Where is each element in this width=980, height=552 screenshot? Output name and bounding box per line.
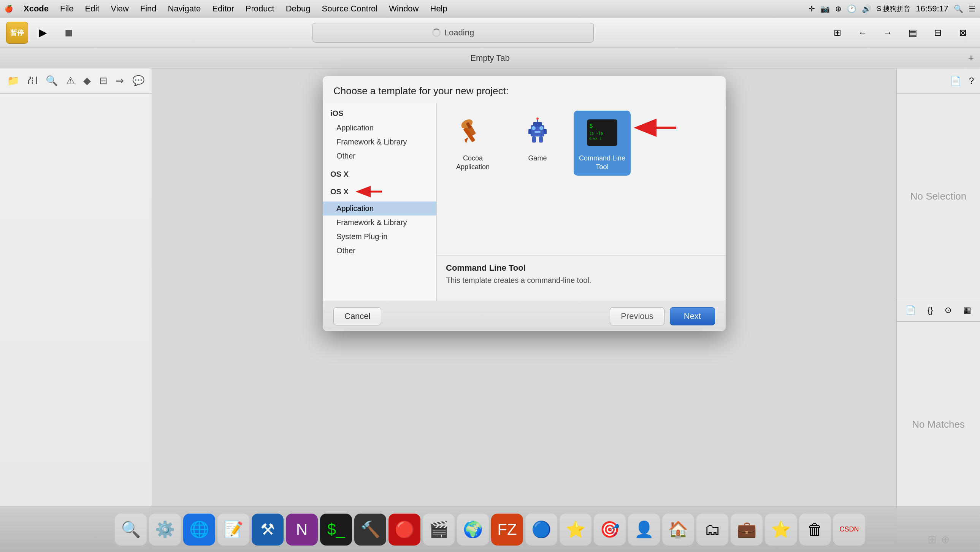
right-panel: 📄 ? No Selection 📄 {} ⊙ ▦ No Matches ⊞ ⊕ bbox=[896, 68, 980, 552]
ios-other[interactable]: Other bbox=[323, 149, 436, 163]
doc-tab-icon[interactable]: 📄 bbox=[905, 305, 916, 315]
cancel-button[interactable]: Cancel bbox=[333, 307, 381, 325]
svg-point-7 bbox=[532, 126, 536, 130]
menu-help[interactable]: Help bbox=[428, 3, 450, 14]
arrow-right-icon[interactable]: ⇒ bbox=[113, 73, 127, 88]
dock-xcode-organizer[interactable]: 🎯 bbox=[594, 514, 626, 546]
dialog-footer: Cancel Previous Next bbox=[323, 301, 726, 331]
cmdtool-line2: ls -la bbox=[589, 131, 615, 136]
sidebar-icons: 📁 ⛙ 🔍 ⚠ ◆ ⊟ ⇒ 💬 bbox=[0, 68, 152, 94]
dock-safari[interactable]: 🌐 bbox=[183, 514, 215, 546]
osx-section[interactable]: OS X bbox=[323, 167, 436, 182]
menu-product[interactable]: Product bbox=[243, 3, 277, 14]
git-icon[interactable]: ⛙ bbox=[25, 73, 41, 88]
menu-edit[interactable]: Edit bbox=[83, 3, 102, 14]
folder-icon[interactable]: 📁 bbox=[4, 73, 22, 88]
osx-system-plugin[interactable]: System Plug-in bbox=[323, 230, 436, 244]
game-label: Game bbox=[528, 154, 547, 163]
menu-debug[interactable]: Debug bbox=[283, 3, 313, 14]
layout-btn-1[interactable]: ⊞ bbox=[826, 22, 848, 44]
warning-icon[interactable]: ⚠ bbox=[63, 73, 78, 88]
svg-rect-10 bbox=[528, 129, 531, 134]
dock-notes[interactable]: 📝 bbox=[218, 514, 249, 546]
dock-filezilla[interactable]: FZ bbox=[491, 514, 523, 546]
cmdtool-icon-wrapper: $_ ls -la drwx 2 bbox=[584, 115, 620, 151]
svg-marker-4 bbox=[465, 137, 468, 143]
tab-empty[interactable]: Empty Tab bbox=[470, 53, 510, 63]
editor-btn-2[interactable]: ⊟ bbox=[927, 22, 949, 44]
back-btn[interactable]: ← bbox=[851, 22, 873, 44]
menu-navigate[interactable]: Navigate bbox=[166, 3, 204, 14]
report-icon[interactable]: ⊟ bbox=[96, 73, 111, 88]
ios-section[interactable]: iOS bbox=[323, 106, 436, 121]
menu-xcode[interactable]: Xcode bbox=[21, 3, 51, 14]
nav-buttons: Previous Next bbox=[610, 307, 715, 325]
grid-tab-icon[interactable]: ▦ bbox=[963, 305, 971, 315]
search-menubar-icon[interactable]: 🔍 bbox=[954, 4, 963, 13]
no-selection-label: No Selection bbox=[897, 94, 980, 299]
template-cocoa-app[interactable]: CocoaApplication bbox=[444, 111, 501, 176]
osx-application[interactable]: Application bbox=[323, 202, 436, 216]
dock-instruments[interactable]: ⭐ bbox=[560, 514, 592, 546]
osx-label[interactable]: OS X bbox=[330, 188, 348, 196]
template-game[interactable]: Game bbox=[509, 111, 566, 176]
doc-icon[interactable]: 📄 bbox=[950, 76, 961, 86]
pause-button[interactable]: 暂停 bbox=[6, 22, 28, 44]
menubar: 🍎 Xcode File Edit View Find Navigate Edi… bbox=[0, 0, 980, 17]
ios-framework-library[interactable]: Framework & Library bbox=[323, 135, 436, 149]
loading-text: Loading bbox=[444, 28, 474, 38]
stop-button[interactable]: ◼ bbox=[58, 22, 80, 44]
osx-other[interactable]: Other bbox=[323, 244, 436, 258]
forward-btn[interactable]: → bbox=[877, 22, 899, 44]
dock-contacts[interactable]: 👤 bbox=[628, 514, 660, 546]
play-button[interactable]: ▶ bbox=[32, 22, 54, 44]
dock-app11[interactable]: 🏠 bbox=[662, 514, 694, 546]
dock-system-prefs[interactable]: ⚙️ bbox=[149, 514, 181, 546]
dock-onenote[interactable]: N bbox=[286, 514, 318, 546]
search-icon[interactable]: 🔍 bbox=[43, 73, 61, 88]
dock-app14[interactable]: ⭐ bbox=[765, 514, 797, 546]
svg-point-15 bbox=[536, 118, 539, 120]
braces-tab-icon[interactable]: {} bbox=[928, 305, 933, 315]
next-button[interactable]: Next bbox=[670, 307, 715, 325]
target-tab-icon[interactable]: ⊙ bbox=[945, 305, 951, 315]
toolbar: 暂停 ▶ ◼ Loading ⊞ ← → ▤ ⊟ ⊠ bbox=[0, 17, 980, 48]
comment-icon[interactable]: 💬 bbox=[129, 73, 148, 88]
menu-file[interactable]: File bbox=[58, 3, 76, 14]
dock-app8[interactable]: 🔵 bbox=[525, 514, 557, 546]
template-description: Command Line Tool This template creates … bbox=[437, 255, 726, 301]
dock-terminal[interactable]: $_ bbox=[320, 514, 352, 546]
template-desc-text: This template creates a command-line too… bbox=[446, 276, 717, 285]
left-sidebar: 📁 ⛙ 🔍 ⚠ ◆ ⊟ ⇒ 💬 bbox=[0, 68, 152, 552]
dock-media[interactable]: 🎬 bbox=[423, 514, 455, 546]
editor-btn-3[interactable]: ⊠ bbox=[952, 22, 974, 44]
menu-editor[interactable]: Editor bbox=[210, 3, 236, 14]
dock-xcode-2[interactable]: 🔨 bbox=[354, 514, 386, 546]
question-icon[interactable]: ? bbox=[969, 76, 974, 86]
menu-find[interactable]: Find bbox=[138, 3, 159, 14]
previous-button[interactable]: Previous bbox=[610, 307, 665, 325]
menu-window[interactable]: Window bbox=[387, 3, 421, 14]
dock-app12[interactable]: 🗂 bbox=[697, 514, 729, 546]
breakpoint-icon[interactable]: ◆ bbox=[80, 73, 94, 88]
dock-finder[interactable]: 🔍 bbox=[115, 514, 147, 546]
osx-framework-library[interactable]: Framework & Library bbox=[323, 216, 436, 230]
dock-app13[interactable]: 💼 bbox=[731, 514, 762, 546]
dock-trash[interactable]: 🗑 bbox=[799, 514, 831, 546]
ime-icon[interactable]: S 搜狗拼音 bbox=[877, 4, 910, 13]
template-command-line-tool[interactable]: $_ ls -la drwx 2 Command LineTool bbox=[574, 111, 631, 176]
main-layout: 📁 ⛙ 🔍 ⚠ ◆ ⊟ ⇒ 💬 Choose a template for yo… bbox=[0, 68, 980, 552]
add-tab-button[interactable]: + bbox=[968, 52, 974, 64]
editor-btn-1[interactable]: ▤ bbox=[902, 22, 924, 44]
menu-source-control[interactable]: Source Control bbox=[320, 3, 380, 14]
ios-application[interactable]: Application bbox=[323, 121, 436, 135]
menu-view[interactable]: View bbox=[108, 3, 131, 14]
apple-menu-icon[interactable]: 🍎 bbox=[5, 5, 13, 13]
dock-photoshop[interactable]: 🔴 bbox=[388, 514, 420, 546]
dock-xcode[interactable]: ⚒ bbox=[251, 514, 283, 546]
dock-csdn[interactable]: CSDN bbox=[833, 514, 865, 546]
list-icon[interactable]: ☰ bbox=[969, 4, 975, 13]
dialog-prompt: Choose a template for your new project: bbox=[323, 76, 726, 103]
no-matches-text: No Matches bbox=[912, 418, 965, 430]
dock-earth[interactable]: 🌍 bbox=[457, 514, 489, 546]
